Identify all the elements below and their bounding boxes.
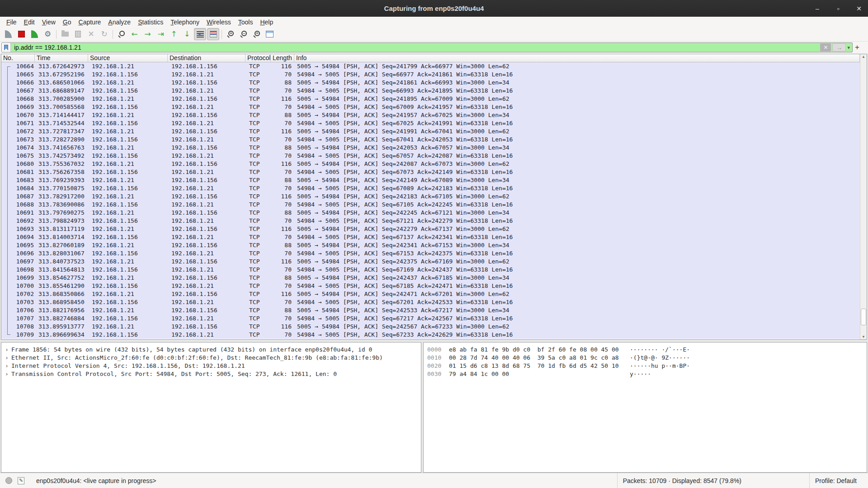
expand-arrow-icon[interactable]: › xyxy=(5,362,11,370)
menu-capture[interactable]: Capture xyxy=(75,18,105,27)
menu-statistics[interactable]: Statistics xyxy=(134,18,167,27)
capture-comment-icon[interactable]: ✎ xyxy=(18,477,24,484)
scroll-down-icon[interactable]: ▼ xyxy=(860,335,867,339)
packet-row-10683[interactable]: 10683313.769239393192.168.1.21192.168.1.… xyxy=(1,176,860,184)
filter-bookmark-button[interactable] xyxy=(2,43,11,52)
filter-apply-button[interactable]: → xyxy=(832,43,846,52)
expand-arrow-icon[interactable]: › xyxy=(5,370,11,378)
packet-row-10692[interactable]: 10692313.798824973192.168.1.156192.168.1… xyxy=(1,217,860,225)
resize-columns-button[interactable] xyxy=(264,28,276,40)
packet-row-10694[interactable]: 10694313.814003714192.168.1.156192.168.1… xyxy=(1,233,860,241)
packet-row-10665[interactable]: 10665313.672952196192.168.1.156192.168.1… xyxy=(1,70,860,79)
packet-list-scrollbar[interactable]: ▲ ▼ xyxy=(860,54,867,339)
packet-row-10697[interactable]: 10697313.840737523192.168.1.21192.168.1.… xyxy=(1,258,860,266)
find-packet-button[interactable] xyxy=(115,28,127,40)
previous-packet-button[interactable]: ← xyxy=(128,28,141,40)
packet-row-10674[interactable]: 10674313.741656763192.168.1.21192.168.1.… xyxy=(1,144,860,152)
packet-row-10669[interactable]: 10669313.700585568192.168.1.156192.168.1… xyxy=(1,103,860,111)
col-proto: TCP xyxy=(245,79,271,87)
filter-clear-button[interactable]: ✕ xyxy=(820,43,831,52)
packet-row-10680[interactable]: 10680313.755367032192.168.1.21192.168.1.… xyxy=(1,160,860,168)
menu-tools[interactable]: Tools xyxy=(235,18,257,27)
menu-wireless[interactable]: Wireless xyxy=(203,18,235,27)
filter-add-button[interactable]: + xyxy=(852,42,862,52)
filter-expression[interactable]: ip.addr == 192.168.1.21 xyxy=(11,44,820,51)
packet-row-10688[interactable]: 10688313.783690086192.168.1.156192.168.1… xyxy=(1,201,860,209)
packet-row-10673[interactable]: 10673313.728272890192.168.1.156192.168.1… xyxy=(1,136,860,144)
next-packet-button[interactable]: → xyxy=(142,28,154,40)
packet-row-10693[interactable]: 10693313.813117119192.168.1.21192.168.1.… xyxy=(1,225,860,233)
packet-row-10691[interactable]: 10691313.797690275192.168.1.21192.168.1.… xyxy=(1,209,860,217)
expert-info-icon[interactable] xyxy=(5,477,12,484)
column-header-info[interactable]: Info xyxy=(294,54,860,62)
expand-arrow-icon[interactable]: › xyxy=(5,354,11,362)
packet-row-10696[interactable]: 10696313.828031067192.168.1.156192.168.1… xyxy=(1,249,860,258)
column-header-no[interactable]: No. xyxy=(1,54,35,62)
auto-scroll-button[interactable] xyxy=(194,28,206,40)
zoom-in-button[interactable]: + xyxy=(224,28,236,40)
packet-row-10684[interactable]: 10684313.770150875192.168.1.156192.168.1… xyxy=(1,184,860,192)
packet-row-10666[interactable]: 10666313.686501066192.168.1.21192.168.1.… xyxy=(1,79,860,87)
close-file-icon: ✕ xyxy=(88,30,94,38)
packet-row-10709[interactable]: 10709313.896699634192.168.1.156192.168.1… xyxy=(1,331,860,339)
display-filter-input[interactable]: ip.addr == 192.168.1.21 ✕ → ▾ xyxy=(1,42,853,52)
stop-capture-button[interactable] xyxy=(15,28,28,40)
packet-row-10698[interactable]: 10698313.841564813192.168.1.156192.168.1… xyxy=(1,266,860,274)
column-header-length[interactable]: Length xyxy=(271,54,294,62)
column-header-protocol[interactable]: Protocol xyxy=(245,54,271,62)
packet-row-10667[interactable]: 10667313.686889147192.168.1.156192.168.1… xyxy=(1,87,860,95)
detail-line-3[interactable]: ›Transmission Control Protocol, Src Port… xyxy=(5,370,421,378)
detail-line-2[interactable]: ›Internet Protocol Version 4, Src: 192.1… xyxy=(5,362,421,370)
menu-file[interactable]: File xyxy=(3,18,20,27)
detail-line-0[interactable]: ›Frame 1856: 54 bytes on wire (432 bits)… xyxy=(5,346,421,354)
col-no: 10674 xyxy=(1,144,35,152)
menu-view[interactable]: View xyxy=(38,18,59,27)
column-header-source[interactable]: Source xyxy=(88,54,168,62)
go-to-packet-button[interactable]: ⇥ xyxy=(155,28,167,40)
packet-row-10695[interactable]: 10695313.827060189192.168.1.21192.168.1.… xyxy=(1,241,860,249)
hex-line-0010[interactable]: 001000 28 7d 74 40 00 40 06 39 5a c0 a8 … xyxy=(427,354,867,362)
zoom-reset-button[interactable]: = xyxy=(250,28,263,40)
packet-row-10702[interactable]: 10702313.868350866192.168.1.21192.168.1.… xyxy=(1,290,860,298)
menu-edit[interactable]: Edit xyxy=(20,18,38,27)
packet-row-10675[interactable]: 10675313.742573492192.168.1.156192.168.1… xyxy=(1,152,860,160)
hex-line-0000[interactable]: 0000e8 ab fa 81 fe 9b d0 c0 bf 2f 60 fe … xyxy=(427,346,867,354)
packet-row-10668[interactable]: 10668313.700285900192.168.1.21192.168.1.… xyxy=(1,95,860,103)
last-packet-button[interactable]: ↓ xyxy=(181,28,193,40)
minimize-button[interactable]: – xyxy=(813,5,822,12)
close-button[interactable]: ✕ xyxy=(854,5,863,12)
packet-row-10700[interactable]: 10700313.855461290192.168.1.156192.168.1… xyxy=(1,282,860,290)
packet-row-10671[interactable]: 10671313.714532544192.168.1.156192.168.1… xyxy=(1,119,860,127)
column-header-time[interactable]: Time xyxy=(35,54,88,62)
scroll-up-icon[interactable]: ▲ xyxy=(860,55,867,59)
packet-row-10706[interactable]: 10706313.882176956192.168.1.21192.168.1.… xyxy=(1,306,860,314)
packet-row-10681[interactable]: 10681313.756267358192.168.1.156192.168.1… xyxy=(1,168,860,176)
expand-arrow-icon[interactable]: › xyxy=(5,346,11,354)
hex-line-0030[interactable]: 003079 a4 84 1c 00 00y····· xyxy=(427,370,867,378)
scrollbar-thumb[interactable] xyxy=(861,309,866,325)
column-header-destination[interactable]: Destination xyxy=(168,54,245,62)
packet-row-10670[interactable]: 10670313.714144417192.168.1.21192.168.1.… xyxy=(1,111,860,119)
packet-row-10708[interactable]: 10708313.895913777192.168.1.21192.168.1.… xyxy=(1,323,860,331)
detail-text: Ethernet II, Src: ActionsMicro_2f:60:fe … xyxy=(11,354,383,361)
detail-line-1[interactable]: ›Ethernet II, Src: ActionsMicro_2f:60:fe… xyxy=(5,354,421,362)
packet-row-10664[interactable]: 10664313.672642973192.168.1.21192.168.1.… xyxy=(1,62,860,70)
colorize-button[interactable] xyxy=(207,28,219,40)
maximize-button[interactable]: ▫ xyxy=(834,5,843,12)
packet-row-10707[interactable]: 10707313.882746884192.168.1.156192.168.1… xyxy=(1,314,860,323)
menu-telephony[interactable]: Telephony xyxy=(167,18,203,27)
menu-help[interactable]: Help xyxy=(256,18,277,27)
filter-dropdown-caret[interactable]: ▾ xyxy=(847,45,850,51)
packet-row-10703[interactable]: 10703313.868958450192.168.1.156192.168.1… xyxy=(1,298,860,306)
menu-go[interactable]: Go xyxy=(59,18,75,27)
hex-line-0020[interactable]: 002001 15 d6 c8 13 8d 68 75 70 1d fb 6d … xyxy=(427,362,867,370)
packet-row-10687[interactable]: 10687313.782917200192.168.1.21192.168.1.… xyxy=(1,192,860,201)
capture-options-button[interactable]: ⚙ xyxy=(42,28,54,40)
profile-label[interactable]: Profile: Default xyxy=(809,473,868,488)
packet-row-10699[interactable]: 10699313.854627752192.168.1.21192.168.1.… xyxy=(1,274,860,282)
restart-capture-button[interactable] xyxy=(28,28,41,40)
packet-row-10672[interactable]: 10672313.727817347192.168.1.21192.168.1.… xyxy=(1,127,860,136)
first-packet-button[interactable]: ↑ xyxy=(168,28,180,40)
zoom-out-button[interactable]: − xyxy=(237,28,250,40)
menu-analyze[interactable]: Analyze xyxy=(104,18,134,27)
